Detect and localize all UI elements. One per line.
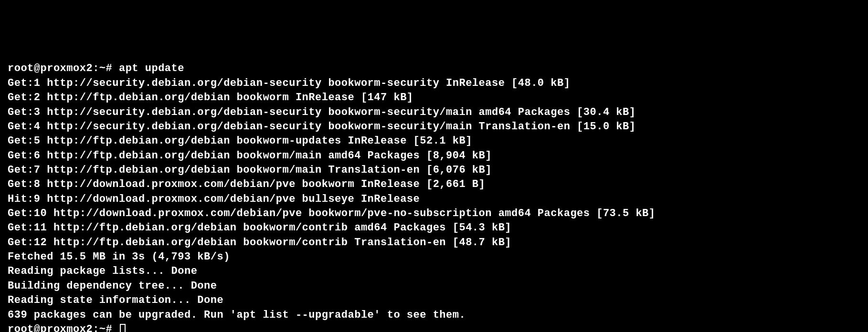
output-line: Get:2 http://ftp.debian.org/debian bookw… [8, 92, 413, 104]
output-line: Get:3 http://security.debian.org/debian-… [8, 106, 635, 118]
cursor-icon [120, 324, 126, 332]
output-line: Fetched 15.5 MB in 3s (4,793 kB/s) [8, 251, 230, 263]
output-line: Get:6 http://ftp.debian.org/debian bookw… [8, 150, 492, 162]
output-line: Get:8 http://download.proxmox.com/debian… [8, 178, 485, 190]
shell-prompt: root@proxmox2:~# [8, 323, 112, 332]
output-line: Reading state information... Done [8, 294, 223, 306]
output-line: Building dependency tree... Done [8, 280, 217, 292]
output-line: Get:12 http://ftp.debian.org/debian book… [8, 237, 511, 249]
output-line: Reading package lists... Done [8, 265, 197, 277]
output-line: 639 packages can be upgraded. Run 'apt l… [8, 309, 466, 321]
output-line: Hit:9 http://download.proxmox.com/debian… [8, 193, 420, 205]
output-line: Get:10 http://download.proxmox.com/debia… [8, 208, 656, 219]
output-line: Get:11 http://ftp.debian.org/debian book… [8, 222, 511, 234]
output-line: Get:1 http://security.debian.org/debian-… [8, 77, 570, 89]
output-line: Get:5 http://ftp.debian.org/debian bookw… [8, 135, 472, 147]
output-line: Get:7 http://ftp.debian.org/debian bookw… [8, 164, 492, 176]
output-line: Get:4 http://security.debian.org/debian-… [8, 121, 635, 133]
terminal-window[interactable]: root@proxmox2:~# apt update Get:1 http:/… [8, 62, 860, 332]
shell-prompt: root@proxmox2:~# [8, 62, 112, 74]
command-input: apt update [119, 62, 184, 74]
